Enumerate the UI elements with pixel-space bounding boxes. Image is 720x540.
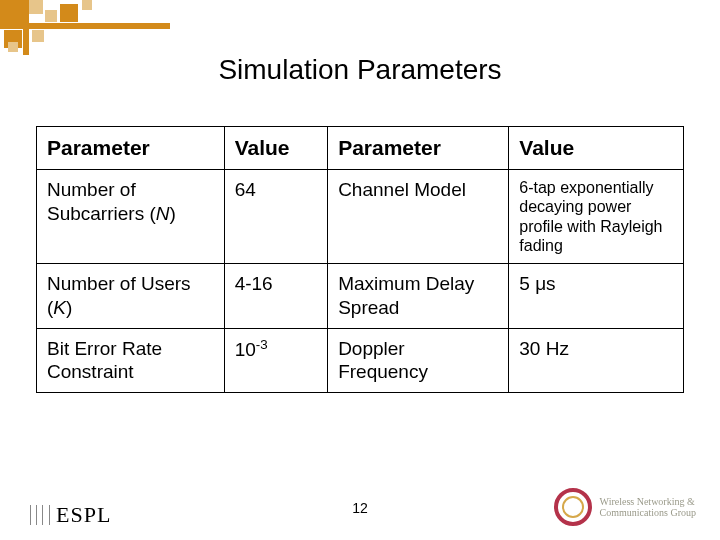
header-value-1: Value — [224, 127, 328, 170]
espl-icon — [30, 505, 50, 525]
table-row: Bit Error Rate Constraint10-3Doppler Fre… — [37, 328, 684, 393]
cell-value: 64 — [224, 170, 328, 264]
cell-value: 5 μs — [509, 264, 684, 329]
table-row: Number of Subcarriers (N)64Channel Model… — [37, 170, 684, 264]
table-header-row: Parameter Value Parameter Value — [37, 127, 684, 170]
header-parameter-2: Parameter — [328, 127, 509, 170]
table-row: Number of Users (K)4-16Maximum Delay Spr… — [37, 264, 684, 329]
footer-right-logo: Wireless Networking & Communications Gro… — [554, 488, 696, 526]
cell-value: 10-3 — [224, 328, 328, 393]
parameters-table: Parameter Value Parameter Value Number o… — [36, 126, 684, 393]
cell-parameter: Bit Error Rate Constraint — [37, 328, 225, 393]
cell-value: 4-16 — [224, 264, 328, 329]
cell-value: 6-tap exponentially decaying power profi… — [509, 170, 684, 264]
header-value-2: Value — [509, 127, 684, 170]
cell-parameter: Maximum Delay Spread — [328, 264, 509, 329]
header-parameter-1: Parameter — [37, 127, 225, 170]
wncg-ring-icon — [554, 488, 592, 526]
cell-parameter: Doppler Frequency — [328, 328, 509, 393]
footer-left-logo: ESPL — [30, 502, 111, 528]
cell-parameter: Number of Users (K) — [37, 264, 225, 329]
cell-parameter: Channel Model — [328, 170, 509, 264]
wncg-text: Wireless Networking & Communications Gro… — [600, 496, 696, 518]
cell-parameter: Number of Subcarriers (N) — [37, 170, 225, 264]
cell-value: 30 Hz — [509, 328, 684, 393]
espl-text: ESPL — [56, 502, 111, 528]
slide-title: Simulation Parameters — [0, 0, 720, 86]
